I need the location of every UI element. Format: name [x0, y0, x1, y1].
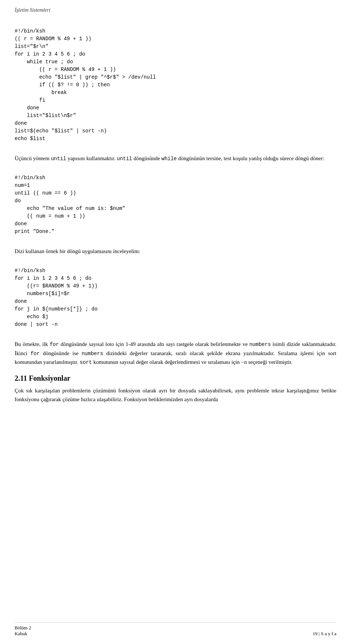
prose-2: Dizi kullanan örnek bir döngü uygulaması… — [15, 247, 336, 256]
code-line: break — [15, 90, 67, 95]
footer-left: Bölüm 2 Kabuk — [15, 625, 31, 637]
code-line: numbers[$i]=$r — [15, 291, 70, 297]
keyword-for1: for — [50, 342, 59, 347]
header-title: İşletim Sistemleri — [15, 7, 50, 13]
footer-subject: Kabuk — [15, 631, 31, 637]
prose-2-text: Dizi kullanan örnek bir döngü uygulaması… — [15, 248, 140, 254]
code-line: list=$(echo "$list" | sort -n) — [15, 128, 107, 134]
code-line: (( num = num + 1 )) — [15, 213, 85, 219]
section-number: 2.11 — [15, 374, 27, 382]
code-block-2: #!/bin/ksh num=1 until (( num == 6 )) do… — [15, 166, 336, 243]
code-line: while true ; do — [15, 59, 73, 65]
code-block-1: #!/bin/ksh (( r = RANDOM % 49 + 1 )) lis… — [15, 20, 336, 150]
section-title-text: Fonksiyonlar — [29, 374, 70, 382]
code-line: done — [15, 298, 27, 304]
prose-4-text: Çok sık karşılaşılan problemlerin çözümü… — [15, 388, 336, 402]
code-line: echo $j — [15, 314, 48, 320]
keyword-numbers2: numbers — [82, 351, 103, 357]
keyword-while: while — [162, 156, 177, 162]
code-line: until (( num == 6 )) — [15, 190, 76, 196]
code-line: #!/bin/ksh — [15, 175, 45, 181]
code-line: fi — [15, 97, 45, 103]
code-line: list="$list\n$r" — [15, 113, 76, 118]
code-line: for j in ${numbers[*]} ; do — [15, 306, 98, 312]
footer-chapter: Bölüm 2 — [15, 625, 31, 631]
code-line: echo "$list" | grep "^$r$" > /dev/null — [15, 74, 156, 80]
code-line: done — [15, 221, 27, 227]
code-line: (( r = RANDOM % 49 + 1 )) — [15, 36, 91, 42]
code-line: if (( $? != 0 )) ; then — [15, 82, 110, 88]
code-line: (( r = RANDOM % 49 + 1 )) — [15, 67, 116, 72]
prose-1: Üçüncü yöntem until yapısını kullanmaktı… — [15, 154, 336, 163]
code-line: echo "The value of num is: $num" — [15, 206, 125, 211]
code-line: for i in 2 3 4 5 6 ; do — [15, 51, 85, 57]
code-line: echo $list — [15, 136, 45, 142]
code-line: num=1 — [15, 182, 30, 188]
footer-page: 19 | S a y f a — [313, 631, 336, 637]
prose-4: Çok sık karşılaşılan problemlerin çözümü… — [15, 386, 336, 404]
prose-1-text: Üçüncü yöntem until yapısını kullanmaktı… — [15, 155, 324, 161]
code-line: do — [15, 198, 21, 204]
code-line: print "Done." — [15, 229, 54, 234]
page-header: İşletim Sistemleri — [15, 7, 336, 13]
code-line: done — [15, 105, 39, 111]
code-line: #!/bin/ksh — [15, 268, 45, 274]
keyword-until: until — [51, 156, 66, 162]
page-footer: Bölüm 2 Kabuk 19 | S a y f a — [15, 622, 336, 637]
keyword-sort: sort — [80, 359, 92, 365]
page-container: İşletim Sistemleri #!/bin/ksh (( r = RAN… — [0, 0, 351, 644]
prose-3: Bu örnekte, ilk for döngüsünde sayısal l… — [15, 340, 336, 366]
code-line: done — [15, 120, 27, 126]
keyword-until2: until — [117, 156, 132, 162]
code-line: done | sort -n — [15, 321, 58, 327]
code-line: #!/bin/ksh — [15, 28, 45, 34]
code-block-3: #!/bin/ksh for i in 1 2 3 4 5 6 ; do ((r… — [15, 259, 336, 336]
code-line: ((r= $RANDOM % 49 + 1)) — [15, 283, 98, 289]
keyword-numbers1: numbers — [249, 342, 271, 347]
code-line: for i in 1 2 3 4 5 6 ; do — [15, 275, 91, 281]
n-option: −n — [241, 359, 247, 365]
keyword-for2: for — [30, 351, 39, 357]
section-title: 2.11 Fonksiyonlar — [15, 374, 336, 383]
code-line: list="$r\n" — [15, 44, 48, 49]
